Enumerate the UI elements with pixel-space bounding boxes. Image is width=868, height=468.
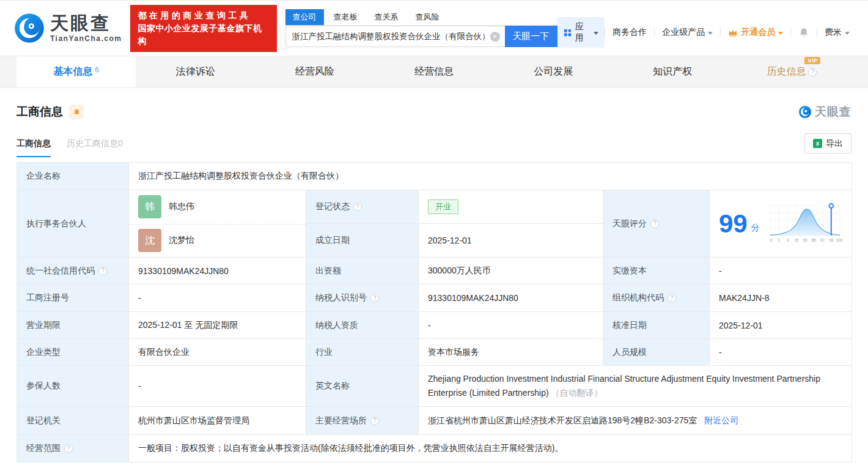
field-value-business-scope: 一般项目：股权投资；以自有资金从事投资活动(除依法须经批准的项目外，凭营业执照依…: [129, 435, 852, 462]
field-label-registration-number: 工商注册号: [17, 284, 129, 312]
field-value-established-date: 2025-12-01: [419, 224, 603, 258]
tab-legal-proceedings[interactable]: 法律诉讼: [136, 56, 255, 87]
tab-basic-info[interactable]: 基本信息 6: [17, 56, 136, 87]
apps-grid-icon: [564, 28, 572, 37]
partner-name[interactable]: 沈梦怡: [169, 235, 194, 246]
subtabs: 工商信息 历史工商信息0: [17, 138, 123, 157]
search-tab-boss[interactable]: 查老板: [326, 9, 365, 25]
help-icon[interactable]: ?: [370, 417, 379, 425]
tianyancha-watermark: 天眼查: [798, 104, 851, 120]
auto-translate-note: （自动翻译）: [551, 388, 603, 398]
tab-basic-info-label: 基本信息: [53, 65, 92, 78]
score-distribution-chart: 0 1 3 15 50 85 97 99 100: [767, 201, 844, 247]
field-label-registry-authority: 登记机关: [17, 407, 129, 435]
help-icon[interactable]: ?: [370, 294, 379, 302]
field-value-business-term: 2025-12-01 至 无固定期限: [129, 312, 306, 339]
help-icon[interactable]: ?: [668, 294, 676, 302]
field-value-company-name: 浙江产投工融结构调整股权投资合伙企业（有限合伙）: [129, 163, 852, 190]
subtab-business-info[interactable]: 工商信息: [17, 138, 51, 157]
help-icon[interactable]: ?: [808, 68, 817, 76]
score-axis-labels: 0 1 3 15 50 85 97 99 100: [770, 238, 843, 242]
partner-row-1[interactable]: 韩 韩忠伟: [129, 190, 306, 224]
chevron-down-icon: [708, 32, 713, 35]
notification-bell-icon[interactable]: [791, 27, 817, 38]
search-tab-company[interactable]: 查公司: [285, 9, 324, 25]
business-info-table: 企业名称 浙江产投工融结构调整股权投资合伙企业（有限合伙） 执行事务合伙人 韩 …: [17, 162, 851, 462]
field-label-established-date: 成立日期: [306, 224, 419, 258]
field-label-executive-partner: 执行事务合伙人: [17, 190, 129, 258]
field-label-insured-count: 参保人数: [17, 366, 129, 407]
field-value-registration-number: -: [129, 284, 306, 312]
field-value-business-address: 浙江省杭州市萧山区萧山经济技术开发区启迪路198号2幢B2-303-275室 附…: [419, 407, 852, 435]
field-value-capital: 300000万人民币: [419, 258, 603, 284]
crown-icon: [728, 28, 738, 37]
field-label-english-name: 英文名称: [306, 366, 419, 407]
chevron-down-icon: [845, 32, 850, 35]
score-marker-pin: [829, 204, 833, 208]
partner-name[interactable]: 韩忠伟: [169, 201, 194, 212]
help-icon[interactable]: ?: [353, 202, 362, 211]
search-tab-risk[interactable]: 查风险: [408, 9, 447, 25]
field-value-registry-authority: 杭州市萧山区市场监督管理局: [129, 407, 306, 435]
search-tab-relation[interactable]: 查关系: [367, 9, 406, 25]
logo[interactable]: 天眼查 TianYanCha.com: [13, 12, 122, 44]
logo-text: 天眼查 TianYanCha.com: [50, 14, 122, 43]
field-label-staff-size: 人员规模: [603, 339, 710, 366]
tab-operational-risk[interactable]: 经营风险: [255, 56, 374, 87]
subtab-history-business-info[interactable]: 历史工商信息0: [67, 138, 123, 157]
tab-ip-label: 知识产权: [653, 65, 692, 78]
chevron-down-icon: [778, 32, 783, 35]
search-tabs: 查公司 查老板 查关系 查风险: [285, 9, 557, 26]
nav-user-menu[interactable]: 费米: [817, 27, 857, 38]
promo-line2: 国家中小企业发展子基金旗下机构: [138, 22, 269, 48]
nav-open-vip[interactable]: 开通会员: [721, 27, 790, 38]
main-tab-bar: 基本信息 6 法律诉讼 经营风险 经营信息 公司发展 知识产权 历史信息 VIP…: [0, 56, 868, 88]
subscribe-bell-icon[interactable]: [69, 105, 84, 119]
avatar: 韩: [138, 195, 161, 218]
tab-operation-label: 经营信息: [414, 65, 454, 78]
field-label-taxpayer-quality: 纳税人资质: [306, 312, 419, 339]
field-value-org-code: MAK24JJN-8: [710, 284, 852, 312]
field-label-approval-date: 核准日期: [603, 312, 710, 339]
field-label-industry: 行业: [306, 339, 419, 366]
field-label-business-term: 营业期限: [17, 312, 129, 339]
tianyancha-company-page: 天眼查 TianYanCha.com 都在用的商业查询工具 国家中小企业发展子基…: [0, 0, 868, 468]
field-value-registration-status: 开业: [419, 190, 603, 224]
partner-row-2[interactable]: 沈 沈梦怡: [129, 224, 306, 258]
help-icon[interactable]: ?: [64, 444, 73, 453]
tab-basic-info-count: 6: [95, 65, 99, 74]
tab-company-development[interactable]: 公司发展: [494, 56, 613, 87]
excel-icon: x: [813, 139, 822, 148]
field-value-industry: 资本市场服务: [419, 339, 603, 366]
field-value-staff-size: -: [710, 339, 852, 366]
field-value-english-name: Zhejiang Production Investment Industria…: [419, 366, 852, 407]
export-button[interactable]: x 导出: [804, 133, 851, 154]
vip-badge: VIP: [804, 57, 820, 64]
field-value-taxpayer-id: 91330109MAK24JJN80: [419, 284, 603, 312]
field-label-company-type: 企业类型: [17, 339, 129, 366]
field-label-taxpayer-id: 纳税人识别号?: [306, 284, 419, 312]
tab-intellectual-property[interactable]: 知识产权: [613, 56, 732, 87]
tab-history-info[interactable]: 历史信息 VIP ?: [732, 56, 851, 87]
help-icon[interactable]: ?: [98, 267, 107, 275]
help-icon[interactable]: ?: [650, 220, 659, 228]
top-header: 天眼查 TianYanCha.com 都在用的商业查询工具 国家中小企业发展子基…: [0, 1, 868, 56]
nav-enterprise-products[interactable]: 企业级产品: [655, 27, 720, 38]
score-value: 99: [719, 211, 748, 237]
search-button[interactable]: 天眼一下: [505, 26, 557, 47]
logo-domain: TianYanCha.com: [50, 34, 122, 43]
tab-operation-info[interactable]: 经营信息: [374, 56, 493, 87]
subtab-row: 工商信息 历史工商信息0 x 导出: [17, 133, 851, 157]
nav-cooperation[interactable]: 商务合作: [605, 27, 654, 38]
svg-text:15: 15: [794, 238, 799, 242]
clear-search-icon[interactable]: ×: [490, 32, 500, 42]
nav-vip-label: 开通会员: [741, 27, 775, 38]
field-value-paid-capital: -: [710, 258, 852, 284]
nav-apps-label: 应用: [575, 21, 590, 43]
nearby-companies-link[interactable]: 附近公司: [704, 415, 738, 426]
nav-apps[interactable]: 应用: [557, 17, 605, 48]
field-value-tianyan-score[interactable]: 99 分: [710, 190, 852, 258]
score-unit: 分: [751, 223, 760, 234]
section-header: 工商信息 天眼查: [17, 104, 851, 120]
search-input[interactable]: 浙江产投工融结构调整股权投资合伙企业（有限合伙） ×: [285, 26, 505, 47]
